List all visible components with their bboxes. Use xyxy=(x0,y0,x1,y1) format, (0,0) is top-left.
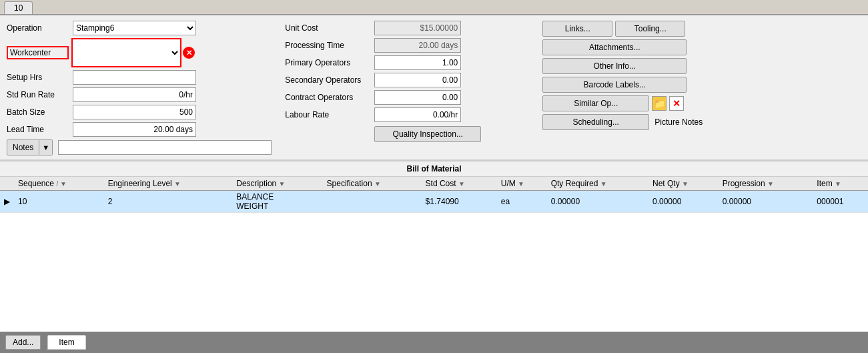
operation-select[interactable]: Stamping6 xyxy=(73,21,196,35)
table-row[interactable]: ▶ 10 2 BALANCEWEIGHT $1.74090 ea 0.00000… xyxy=(0,191,868,213)
quality-inspection-button[interactable]: Quality Inspection... xyxy=(374,126,481,142)
processing-time-input: 20.00 days xyxy=(374,38,461,53)
contract-operators-label: Contract Operators xyxy=(285,93,372,102)
other-info-row: Other Info... xyxy=(542,58,703,74)
barcode-labels-row: Barcode Labels... xyxy=(542,77,703,93)
lead-time-row: Lead Time 20.00 days xyxy=(7,122,272,137)
labour-rate-label: Labour Rate xyxy=(285,110,372,119)
operation-row: Operation Stamping6 xyxy=(7,21,272,35)
batch-size-label: Batch Size xyxy=(7,107,70,117)
notes-btn-wrapper: Notes ▼ xyxy=(7,139,53,155)
col-description[interactable]: Description ▼ xyxy=(232,177,322,191)
workcenter-row: Workcenter ✕ xyxy=(7,38,272,67)
links-button[interactable]: Links... xyxy=(542,21,612,37)
processing-time-label: Processing Time xyxy=(285,41,372,50)
col-net-qty[interactable]: Net Qty ▼ xyxy=(648,177,719,191)
picture-notes-label: Picture Notes xyxy=(655,117,703,127)
processing-time-row: Processing Time 20.00 days xyxy=(285,38,532,53)
col-qty-required[interactable]: Qty Required ▼ xyxy=(547,177,648,191)
delete-icon[interactable]: ✕ xyxy=(669,96,684,111)
cell-description: BALANCEWEIGHT xyxy=(232,191,322,213)
cell-specification xyxy=(323,191,422,213)
tab-bar: 10 xyxy=(0,0,868,15)
bom-header-row: Sequence / ▼ Engineering Level ▼ Descrip… xyxy=(0,177,868,191)
notes-input[interactable] xyxy=(58,140,272,155)
bom-section: Bill of Material Sequence / ▼ Engineerin… xyxy=(0,160,868,332)
main-container: 10 Operation Stamping6 Workcenter xyxy=(0,0,868,353)
primary-operators-row: Primary Operators 1.00 xyxy=(285,55,532,70)
col-um[interactable]: U/M ▼ xyxy=(497,177,547,191)
contract-operators-input[interactable]: 0.00 xyxy=(374,90,461,105)
col-engineering-level[interactable]: Engineering Level ▼ xyxy=(104,177,233,191)
cell-sequence: 10 xyxy=(14,191,104,213)
cell-engineering-level: 2 xyxy=(104,191,233,213)
attachments-row: Attachments... xyxy=(542,39,703,55)
folder-icon[interactable]: 📁 xyxy=(652,96,667,111)
cell-qty-required: 0.00000 xyxy=(547,191,648,213)
labour-rate-input[interactable]: 0.00/hr xyxy=(374,107,461,122)
primary-operators-label: Primary Operators xyxy=(285,58,372,67)
primary-operators-input[interactable]: 1.00 xyxy=(374,55,461,70)
barcode-labels-button[interactable]: Barcode Labels... xyxy=(542,77,687,93)
secondary-operators-input[interactable]: 0.00 xyxy=(374,73,461,87)
form-section: Operation Stamping6 Workcenter ✕ xyxy=(0,15,868,160)
col-progression[interactable]: Progression ▼ xyxy=(719,177,813,191)
lead-time-input[interactable]: 20.00 days xyxy=(73,122,196,137)
unit-cost-input: $15.00000 xyxy=(374,21,461,35)
setup-hrs-row: Setup Hrs xyxy=(7,70,272,85)
workcenter-label: Workcenter xyxy=(7,46,69,59)
bom-table: Sequence / ▼ Engineering Level ▼ Descrip… xyxy=(0,177,868,213)
col-specification[interactable]: Specification ▼ xyxy=(323,177,422,191)
cell-net-qty: 0.00000 xyxy=(648,191,719,213)
notes-dropdown-button[interactable]: ▼ xyxy=(39,139,53,155)
operation-label: Operation xyxy=(7,23,70,33)
row-indicator: ▶ xyxy=(0,191,14,213)
similar-op-row: Similar Op... 📁 ✕ xyxy=(542,95,703,111)
scheduling-button[interactable]: Scheduling... xyxy=(542,114,649,130)
col-indicator xyxy=(0,177,14,191)
cell-progression: 0.00000 xyxy=(719,191,813,213)
links-tooling-row: Links... Tooling... xyxy=(542,21,703,37)
std-run-rate-label: Std Run Rate xyxy=(7,90,70,99)
item-tab[interactable]: Item xyxy=(47,335,85,350)
workcenter-error-icon: ✕ xyxy=(183,47,195,59)
workcenter-select[interactable] xyxy=(71,38,181,67)
cell-item: 000001 xyxy=(813,191,868,213)
secondary-operators-label: Secondary Operators xyxy=(285,75,372,85)
tab-10[interactable]: 10 xyxy=(4,1,33,14)
col-item[interactable]: Item ▼ xyxy=(813,177,868,191)
labour-rate-row: Labour Rate 0.00/hr xyxy=(285,107,532,122)
unit-cost-row: Unit Cost $15.00000 xyxy=(285,21,532,35)
cell-um: ea xyxy=(497,191,547,213)
contract-operators-row: Contract Operators 0.00 xyxy=(285,90,532,105)
lead-time-label: Lead Time xyxy=(7,125,70,134)
tooling-button[interactable]: Tooling... xyxy=(615,21,685,37)
setup-hrs-label: Setup Hrs xyxy=(7,73,70,82)
batch-size-input[interactable]: 500 xyxy=(73,105,196,119)
scheduling-picture-row: Scheduling... Picture Notes xyxy=(542,114,703,130)
std-run-rate-input[interactable]: 0/hr xyxy=(73,87,196,102)
setup-hrs-input[interactable] xyxy=(73,70,196,85)
quality-inspection-row: Quality Inspection... xyxy=(285,126,532,142)
similar-op-button[interactable]: Similar Op... xyxy=(542,95,649,111)
cell-std-cost: $1.74090 xyxy=(422,191,497,213)
col-sequence[interactable]: Sequence / ▼ xyxy=(14,177,104,191)
secondary-operators-row: Secondary Operators 0.00 xyxy=(285,73,532,87)
bottom-bar: Add... Item xyxy=(0,332,868,353)
notes-row: Notes ▼ xyxy=(7,139,272,155)
col-std-cost[interactable]: Std Cost ▼ xyxy=(422,177,497,191)
std-run-rate-row: Std Run Rate 0/hr xyxy=(7,87,272,102)
unit-cost-label: Unit Cost xyxy=(285,23,372,33)
notes-button[interactable]: Notes xyxy=(7,139,39,155)
add-button[interactable]: Add... xyxy=(5,335,41,350)
other-info-button[interactable]: Other Info... xyxy=(542,58,687,74)
bom-title: Bill of Material xyxy=(0,161,868,177)
attachments-button[interactable]: Attachments... xyxy=(542,39,687,55)
batch-size-row: Batch Size 500 xyxy=(7,105,272,119)
